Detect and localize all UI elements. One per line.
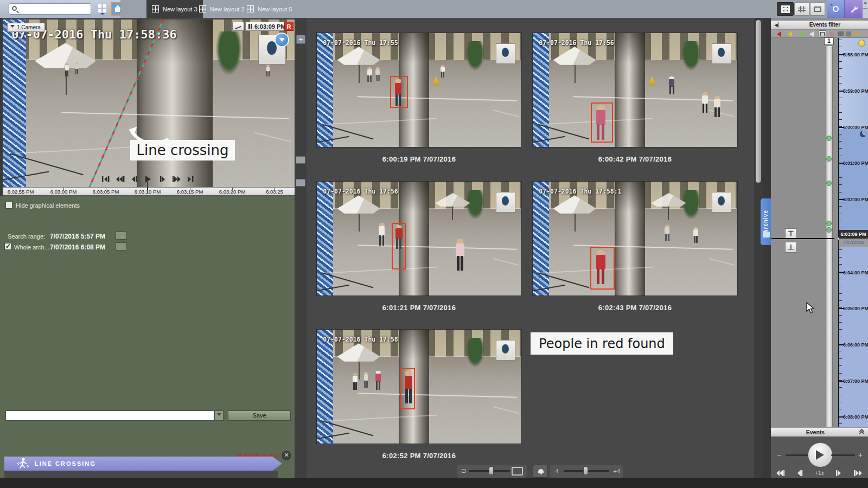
chevron-down-icon[interactable] xyxy=(100,13,105,17)
event-filter-icon-row[interactable] xyxy=(771,30,868,38)
step-back-button[interactable] xyxy=(795,470,805,477)
event-track[interactable] xyxy=(826,46,833,427)
query-combobox[interactable] xyxy=(5,410,214,421)
osd-timestamp: 07-07-2016 Thu 17:55 xyxy=(323,39,398,47)
result-thumbnail[interactable]: 07-07-2016 Thu 17:58:1 xyxy=(532,181,738,296)
result-thumbnail[interactable]: 07-07-2016 Thu 17:56 xyxy=(316,181,522,296)
play-button[interactable] xyxy=(808,442,833,467)
monitor-view-button[interactable] xyxy=(810,2,825,16)
range-picker-button[interactable]: ... xyxy=(116,242,127,251)
combobox-dropdown-button[interactable] xyxy=(214,410,224,421)
step-back-button[interactable] xyxy=(129,175,139,183)
step-forward-button[interactable] xyxy=(834,470,844,477)
event-marker[interactable] xyxy=(826,181,832,186)
slider-thumb[interactable] xyxy=(583,466,588,475)
hide-graphics-checkbox[interactable] xyxy=(5,202,12,209)
panel-toggle-icon[interactable] xyxy=(296,156,305,164)
result-thumbnail[interactable]: 07-07-2016 Thu 17:58 xyxy=(316,329,522,444)
filter-info-icon[interactable] xyxy=(809,31,814,37)
goto-start-button[interactable] xyxy=(101,175,111,183)
scrollbar-thumb[interactable] xyxy=(756,20,761,183)
right-panel-strip xyxy=(763,18,771,478)
close-icon[interactable]: ✕ xyxy=(282,451,291,460)
alarm-bell-button[interactable] xyxy=(533,465,548,478)
grid-view-button[interactable] xyxy=(777,2,794,16)
filter-person-icon[interactable] xyxy=(830,31,834,36)
search-range-value[interactable]: 7/07/2016 5:57 PM xyxy=(50,233,105,240)
filter-alarm-icon[interactable] xyxy=(777,31,781,37)
ruler-minor-tick xyxy=(839,286,842,286)
record-badge: R xyxy=(284,22,293,31)
camera-name-chip[interactable]: 1.Camera xyxy=(7,23,45,32)
speed-slider[interactable]: -4 +4 xyxy=(550,465,623,478)
person-legs xyxy=(714,107,720,117)
person-torso xyxy=(353,376,358,383)
wrench-icon xyxy=(850,5,858,14)
pin-panel-control[interactable]: ⴰ— xyxy=(863,0,868,18)
slider-thumb[interactable] xyxy=(489,466,494,475)
layout-edit-button[interactable] xyxy=(794,2,809,16)
step-forward-button[interactable] xyxy=(158,175,168,183)
settings-wrench-button[interactable] xyxy=(845,0,863,18)
detection-box xyxy=(590,247,615,290)
event-marker[interactable] xyxy=(826,227,832,233)
next-event-button[interactable] xyxy=(853,470,863,477)
collapse-up-icon[interactable] xyxy=(860,429,864,435)
archive-search-button[interactable] xyxy=(827,0,845,18)
filter-grid-icon[interactable] xyxy=(854,31,859,36)
result-thumbnail[interactable]: 07-07-2016 Thu 17:56 xyxy=(532,33,738,147)
search-input[interactable] xyxy=(9,3,91,15)
person-torso xyxy=(441,67,445,72)
event-marker[interactable] xyxy=(826,136,832,141)
playback-clock: 6:03:09 PM xyxy=(245,22,289,31)
ruler-minor-tick xyxy=(839,329,842,330)
results-scrollbar[interactable] xyxy=(754,18,763,478)
filter-speaker-icon[interactable] xyxy=(846,31,851,36)
filter-camera-icon[interactable] xyxy=(838,31,844,36)
line-crossing-banner[interactable]: LINE CROSSING xyxy=(4,457,282,471)
speed-plus[interactable]: + xyxy=(858,451,863,459)
events-panel-header[interactable]: Events xyxy=(771,427,868,436)
search-range-label: Search range: xyxy=(8,233,45,240)
whole-archive-value[interactable]: 7/07/2016 6:08 PM xyxy=(50,243,105,251)
plant xyxy=(466,41,484,71)
large-size-icon xyxy=(512,467,523,476)
set-range-start-button[interactable]: ⊤ xyxy=(785,228,797,239)
collapse-left-icon[interactable]: ◀▏ xyxy=(774,22,782,28)
track-number-badge: 1 xyxy=(824,37,834,45)
goto-end-button[interactable] xyxy=(186,175,196,183)
add-panel-button[interactable]: + xyxy=(296,35,305,44)
filter-square-button[interactable] xyxy=(819,30,826,37)
panel-toggle-icon[interactable] xyxy=(296,179,305,187)
whole-archive-checkbox[interactable] xyxy=(4,243,11,250)
scroll-down-button[interactable] xyxy=(275,33,289,47)
ruler-minor-tick xyxy=(839,184,842,185)
plant xyxy=(682,190,700,220)
thumbnail-size-slider[interactable] xyxy=(457,465,527,478)
camera-timeline[interactable]: 6:02:55 PM6:03:00 PM6:03:05 PM6:03:10 PM… xyxy=(3,187,295,196)
play-button[interactable] xyxy=(143,175,153,183)
filter-warning-icon[interactable] xyxy=(788,31,792,37)
tab-archive[interactable]: Archive xyxy=(761,198,771,245)
set-range-end-button[interactable]: ⊥ xyxy=(785,242,797,253)
speed-minus[interactable]: − xyxy=(777,451,781,459)
prev-event-button[interactable] xyxy=(776,470,785,477)
ruler-minor-tick xyxy=(839,105,842,105)
ruler-minor-tick xyxy=(839,206,842,207)
timeline-tick xyxy=(63,188,64,190)
layouts-grid-icon[interactable] xyxy=(97,4,108,14)
tab-new-layout-5[interactable]: New layout 5 xyxy=(241,0,298,18)
result-thumbnail[interactable]: 07-07-2016 Thu 17:55 xyxy=(316,33,522,147)
signage-logo xyxy=(502,344,509,354)
fast-forward-button[interactable] xyxy=(172,175,182,183)
filter-ok-icon[interactable] xyxy=(799,31,803,37)
event-marker[interactable] xyxy=(826,221,832,226)
range-picker-button[interactable]: ... xyxy=(116,232,127,240)
prev-keyframe-button[interactable] xyxy=(115,175,125,183)
ruler-minor-tick xyxy=(839,119,842,120)
save-button[interactable]: Save xyxy=(228,410,291,421)
event-marker[interactable] xyxy=(826,156,832,162)
timeline-band xyxy=(839,129,868,239)
events-filter-header[interactable]: ◀▏ Events filter xyxy=(771,21,868,29)
statistics-icon-button[interactable] xyxy=(232,22,244,31)
